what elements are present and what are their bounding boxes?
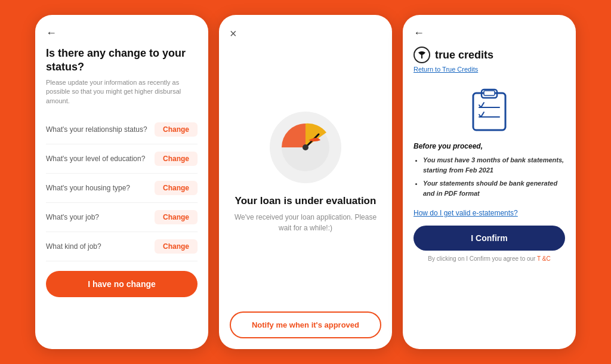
- tc-logo-icon: [413, 47, 430, 63]
- back-arrow-card3[interactable]: ←: [413, 27, 565, 39]
- svg-rect-5: [473, 93, 505, 130]
- no-change-button[interactable]: I have no change: [46, 271, 198, 297]
- confirm-button[interactable]: I Confirm: [413, 226, 565, 251]
- estatement-link[interactable]: How do I get valid e-statements?: [413, 209, 565, 217]
- card2-subtext: We've received your loan application. Pl…: [230, 212, 381, 233]
- return-to-true-credits-link[interactable]: Return to True Credits: [413, 66, 565, 73]
- svg-rect-7: [484, 91, 495, 95]
- notify-button[interactable]: Notify me when it's approved: [230, 311, 381, 338]
- footer-text: By clicking on I Confirm you agree to ou…: [428, 255, 537, 262]
- card3-true-credits: ← true credits Return to True Credits: [403, 15, 576, 349]
- tc-logo-text: true credits: [435, 49, 493, 61]
- change-btn-4[interactable]: Change: [155, 239, 198, 254]
- close-icon-card2[interactable]: ×: [230, 27, 237, 41]
- question-label-3: What's your job?: [46, 213, 99, 221]
- question-label-1: What's your level of education?: [46, 155, 145, 163]
- terms-footer: By clicking on I Confirm you agree to ou…: [413, 255, 565, 262]
- svg-point-2: [303, 144, 308, 150]
- question-row-4: What kind of job? Change: [46, 232, 198, 261]
- bullet-item-1: Your statements should be bank generated…: [423, 178, 565, 198]
- true-credits-logo: true credits: [413, 47, 565, 63]
- change-btn-1[interactable]: Change: [155, 152, 198, 166]
- requirements-list: You must have 3 months of bank statement…: [413, 155, 565, 202]
- question-row-0: What's your relationship status? Change: [46, 115, 198, 144]
- before-proceed-label: Before you proceed,: [413, 142, 565, 150]
- card1-title: Is there any change to your status?: [46, 47, 198, 75]
- card2-evaluation: × Your loan is under evaluation We: [219, 15, 392, 349]
- question-row-3: What's your job? Change: [46, 203, 198, 232]
- card1-subtitle: Please update your information as recent…: [46, 78, 198, 106]
- card1-status-change: ← Is there any change to your status? Pl…: [35, 15, 208, 349]
- change-btn-2[interactable]: Change: [155, 181, 198, 195]
- card2-heading: Your loan is under evaluation: [235, 195, 377, 207]
- change-btn-0[interactable]: Change: [155, 122, 198, 137]
- change-btn-3[interactable]: Change: [155, 210, 198, 224]
- clipboard-illustration: [413, 86, 565, 134]
- back-arrow-card1[interactable]: ←: [46, 27, 198, 39]
- question-label-0: What's your relationship status?: [46, 125, 147, 134]
- question-row-2: What's your housing type? Change: [46, 174, 198, 203]
- question-label-4: What kind of job?: [46, 242, 101, 251]
- terms-link[interactable]: T &C: [537, 255, 551, 262]
- question-row-1: What's your level of education? Change: [46, 144, 198, 174]
- question-label-2: What's your housing type?: [46, 184, 130, 192]
- bullet-item-0: You must have 3 months of bank statement…: [423, 155, 565, 175]
- gauge-illustration: [270, 112, 341, 183]
